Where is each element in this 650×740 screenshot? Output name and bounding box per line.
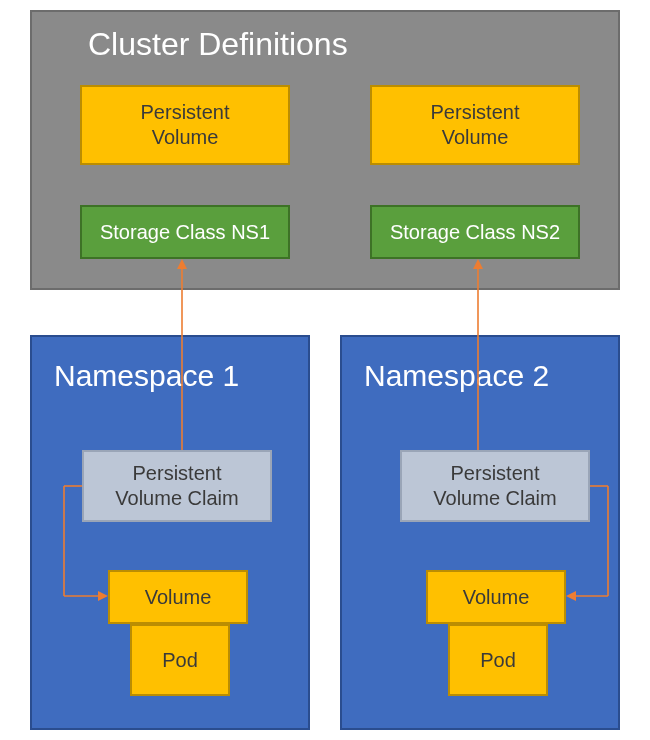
vol2-label: Volume: [463, 586, 530, 609]
pod2-label: Pod: [480, 649, 516, 672]
storage-class-ns1: Storage Class NS1: [80, 205, 290, 259]
vol1-label: Volume: [145, 586, 212, 609]
cluster-title: Cluster Definitions: [88, 26, 348, 63]
pod-1: Pod: [130, 624, 230, 696]
storage-class-ns2: Storage Class NS2: [370, 205, 580, 259]
pv2-label: PersistentVolume: [431, 100, 520, 150]
sc1-label: Storage Class NS1: [100, 221, 270, 244]
persistent-volume-2: PersistentVolume: [370, 85, 580, 165]
pvc2-label: PersistentVolume Claim: [433, 461, 556, 511]
persistent-volume-1: PersistentVolume: [80, 85, 290, 165]
pvc-1: PersistentVolume Claim: [82, 450, 272, 522]
pod-2: Pod: [448, 624, 548, 696]
pvc1-label: PersistentVolume Claim: [115, 461, 238, 511]
pvc-2: PersistentVolume Claim: [400, 450, 590, 522]
volume-1: Volume: [108, 570, 248, 624]
pv1-label: PersistentVolume: [141, 100, 230, 150]
pod1-label: Pod: [162, 649, 198, 672]
ns1-title: Namespace 1: [54, 359, 239, 393]
ns2-title: Namespace 2: [364, 359, 549, 393]
sc2-label: Storage Class NS2: [390, 221, 560, 244]
volume-2: Volume: [426, 570, 566, 624]
